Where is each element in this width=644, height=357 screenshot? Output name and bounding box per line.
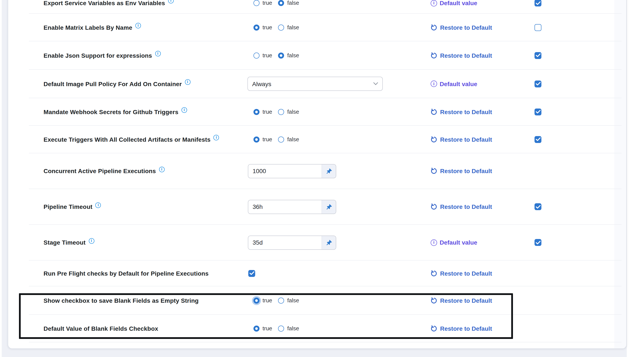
setting-label: Default Value of Blank Fields Checkbox [44, 325, 158, 332]
radio-true-label: true [262, 108, 272, 115]
radio-true[interactable] [254, 297, 260, 303]
default-value-link[interactable]: i Default value [431, 239, 477, 246]
restore-icon [431, 297, 438, 304]
pin-icon [326, 239, 332, 246]
stage-timeout-field [248, 235, 336, 250]
radio-false-label: false [287, 297, 299, 304]
info-icon: i [431, 0, 437, 6]
checkmark-icon [536, 137, 540, 141]
radio-false[interactable] [278, 136, 284, 142]
action-label: Default value [440, 239, 477, 246]
radio-true[interactable] [254, 0, 260, 6]
restore-to-default-link[interactable]: Restore to Default [431, 24, 492, 31]
true-false-radio-group: true false [254, 108, 299, 115]
override-checkbox[interactable] [534, 239, 542, 246]
info-icon[interactable]: i [182, 107, 187, 113]
info-icon[interactable]: i [185, 79, 190, 85]
action-label: Default value [440, 0, 477, 6]
checkmark-icon [536, 1, 540, 5]
restore-icon [431, 24, 438, 31]
restore-icon [431, 270, 438, 277]
info-icon[interactable]: i [168, 0, 174, 3]
info-icon[interactable]: i [96, 202, 101, 208]
action-label: Restore to Default [440, 108, 492, 115]
radio-true[interactable] [254, 52, 260, 58]
override-checkbox[interactable] [534, 203, 542, 210]
info-icon[interactable]: i [155, 51, 160, 56]
override-checkbox[interactable] [534, 80, 542, 87]
override-checkbox[interactable] [534, 108, 542, 115]
radio-false-label: false [287, 52, 299, 58]
info-icon[interactable]: i [88, 238, 94, 244]
default-value-link[interactable]: i Default value [431, 0, 477, 6]
radio-true[interactable] [254, 325, 260, 331]
pin-button[interactable] [322, 200, 336, 213]
restore-icon [431, 325, 438, 332]
restore-to-default-link[interactable]: Restore to Default [431, 108, 492, 115]
radio-false-label: false [287, 0, 299, 6]
radio-true-label: true [262, 297, 272, 304]
restore-to-default-link[interactable]: Restore to Default [431, 168, 492, 174]
setting-label: Run Pre Flight checks by Default for Pip… [44, 270, 209, 277]
restore-to-default-link[interactable]: Restore to Default [431, 325, 492, 332]
restore-to-default-link[interactable]: Restore to Default [431, 136, 492, 143]
concurrent-executions-input[interactable] [248, 164, 322, 178]
preflight-checkbox[interactable] [248, 270, 255, 277]
setting-label: Mandate Webhook Secrets for Github Trigg… [44, 108, 178, 115]
setting-label: Pipeline Timeout [44, 203, 92, 210]
info-icon[interactable]: i [159, 166, 164, 172]
setting-label: Enable Json Support for expressions [44, 52, 152, 59]
radio-false[interactable] [278, 109, 284, 115]
setting-row-stage-timeout: Stage Timeout i i [29, 225, 622, 261]
stage-timeout-input[interactable] [248, 236, 322, 249]
restore-icon [431, 52, 438, 59]
radio-true-label: true [262, 136, 272, 143]
radio-false[interactable] [278, 0, 284, 6]
checkmark-icon [536, 82, 540, 86]
radio-true[interactable] [254, 24, 260, 30]
restore-icon [431, 203, 438, 210]
radio-false[interactable] [278, 325, 284, 331]
action-label: Restore to Default [440, 270, 492, 277]
action-label: Restore to Default [440, 325, 492, 332]
default-value-link[interactable]: i Default value [431, 80, 477, 87]
restore-to-default-link[interactable]: Restore to Default [431, 297, 492, 304]
pin-button[interactable] [322, 236, 336, 249]
radio-false[interactable] [278, 52, 284, 58]
pipeline-timeout-field [248, 200, 336, 214]
action-label: Restore to Default [440, 52, 492, 59]
setting-row-show-blank-fields-checkbox: Show checkbox to save Blank Fields as Em… [29, 286, 622, 315]
setting-row-default-image-pull-policy: Default Image Pull Policy For Add On Con… [29, 70, 622, 98]
pin-button[interactable] [322, 164, 336, 178]
restore-to-default-link[interactable]: Restore to Default [431, 203, 492, 210]
radio-false[interactable] [278, 297, 284, 303]
action-label: Restore to Default [440, 136, 492, 143]
override-checkbox[interactable] [534, 52, 542, 59]
true-false-radio-group: true false [254, 0, 299, 6]
radio-true-label: true [262, 52, 272, 58]
override-checkbox[interactable] [534, 0, 542, 6]
restore-to-default-link[interactable]: Restore to Default [431, 270, 492, 277]
override-checkbox[interactable] [534, 136, 542, 143]
settings-rows: Export Service Variables as Env Variable… [29, 0, 622, 342]
action-label: Restore to Default [440, 24, 492, 31]
override-checkbox[interactable] [534, 24, 542, 31]
true-false-radio-group: true false [254, 52, 299, 58]
checkmark-icon [249, 271, 254, 275]
image-pull-policy-select[interactable]: Always [248, 77, 383, 91]
setting-row-enable-json-support: Enable Json Support for expressions i tr… [29, 41, 622, 70]
radio-true[interactable] [254, 136, 260, 142]
info-icon: i [431, 239, 437, 246]
info-icon[interactable]: i [135, 23, 141, 28]
setting-row-enable-matrix-labels: Enable Matrix Labels By Name i true fals… [29, 14, 622, 41]
setting-row-concurrent-executions: Concurrent Active Pipeline Executions i [29, 153, 622, 189]
true-false-radio-group: true false [254, 136, 299, 143]
restore-to-default-link[interactable]: Restore to Default [431, 52, 492, 59]
pin-icon [326, 203, 332, 210]
pipeline-timeout-input[interactable] [248, 200, 322, 213]
radio-true[interactable] [254, 109, 260, 115]
radio-false[interactable] [278, 24, 284, 30]
radio-true-label: true [262, 24, 272, 30]
info-icon[interactable]: i [214, 135, 219, 140]
radio-true-label: true [262, 0, 272, 6]
